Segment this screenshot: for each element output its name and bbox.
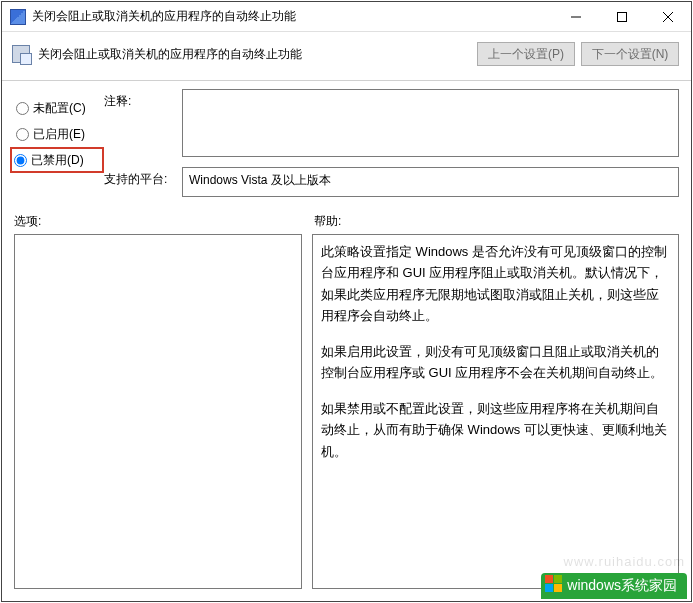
panels: 此策略设置指定 Windows 是否允许没有可见顶级窗口的控制台应用程序和 GU…	[2, 234, 691, 601]
comment-label: 注释:	[104, 89, 182, 157]
help-paragraph: 如果禁用或不配置此设置，则这些应用程序将在关机期间自动终止，从而有助于确保 Wi…	[321, 398, 670, 462]
policy-title: 关闭会阻止或取消关机的应用程序的自动终止功能	[38, 46, 471, 63]
watermark-url: www.ruihaidu.com	[564, 554, 686, 569]
next-setting-button[interactable]: 下一个设置(N)	[581, 42, 679, 66]
meta-grid: 注释: 支持的平台: Windows Vista 及以上版本	[104, 89, 679, 197]
radio-not-configured[interactable]	[16, 102, 29, 115]
header-strip: 关闭会阻止或取消关机的应用程序的自动终止功能 上一个设置(P) 下一个设置(N)	[2, 32, 691, 80]
windows-logo-icon	[545, 575, 563, 593]
radio-enabled-label[interactable]: 已启用(E)	[33, 126, 85, 143]
help-panel[interactable]: 此策略设置指定 Windows 是否允许没有可见顶级窗口的控制台应用程序和 GU…	[312, 234, 679, 589]
help-label: 帮助:	[314, 213, 341, 230]
radio-not-configured-label[interactable]: 未配置(C)	[33, 100, 86, 117]
policy-icon	[12, 45, 30, 63]
options-panel[interactable]	[14, 234, 302, 589]
comment-textarea[interactable]	[182, 89, 679, 157]
app-icon	[10, 9, 26, 25]
radio-not-configured-row: 未配置(C)	[14, 95, 104, 121]
titlebar: 关闭会阻止或取消关机的应用程序的自动终止功能	[2, 2, 691, 32]
section-labels: 选项: 帮助:	[2, 197, 691, 234]
previous-setting-button[interactable]: 上一个设置(P)	[477, 42, 575, 66]
radio-disabled-label[interactable]: 已禁用(D)	[31, 152, 84, 169]
watermark-badge: windows系统家园	[541, 573, 687, 599]
policy-editor-window: 关闭会阻止或取消关机的应用程序的自动终止功能 关闭会阻止或取消关机的应用程序的自…	[1, 1, 692, 602]
platform-label: 支持的平台:	[104, 167, 182, 197]
help-paragraph: 此策略设置指定 Windows 是否允许没有可见顶级窗口的控制台应用程序和 GU…	[321, 241, 670, 327]
options-label: 选项:	[14, 213, 314, 230]
minimize-button[interactable]	[553, 2, 599, 32]
radio-disabled[interactable]	[14, 154, 27, 167]
watermark-text: windows系统家园	[567, 577, 677, 595]
radio-disabled-row: 已禁用(D)	[10, 147, 104, 173]
svg-rect-1	[618, 13, 627, 22]
radio-enabled[interactable]	[16, 128, 29, 141]
supported-platform-text: Windows Vista 及以上版本	[189, 172, 331, 189]
window-controls	[553, 2, 691, 31]
radio-enabled-row: 已启用(E)	[14, 121, 104, 147]
help-paragraph: 如果启用此设置，则没有可见顶级窗口且阻止或取消关机的控制台应用程序或 GUI 应…	[321, 341, 670, 384]
upper-section: 未配置(C) 已启用(E) 已禁用(D) 注释: 支持的平台: Window	[2, 89, 691, 197]
divider	[2, 80, 691, 81]
window-title: 关闭会阻止或取消关机的应用程序的自动终止功能	[32, 8, 553, 25]
supported-platform-box: Windows Vista 及以上版本	[182, 167, 679, 197]
state-radio-group: 未配置(C) 已启用(E) 已禁用(D)	[14, 89, 104, 197]
close-button[interactable]	[645, 2, 691, 32]
maximize-button[interactable]	[599, 2, 645, 32]
